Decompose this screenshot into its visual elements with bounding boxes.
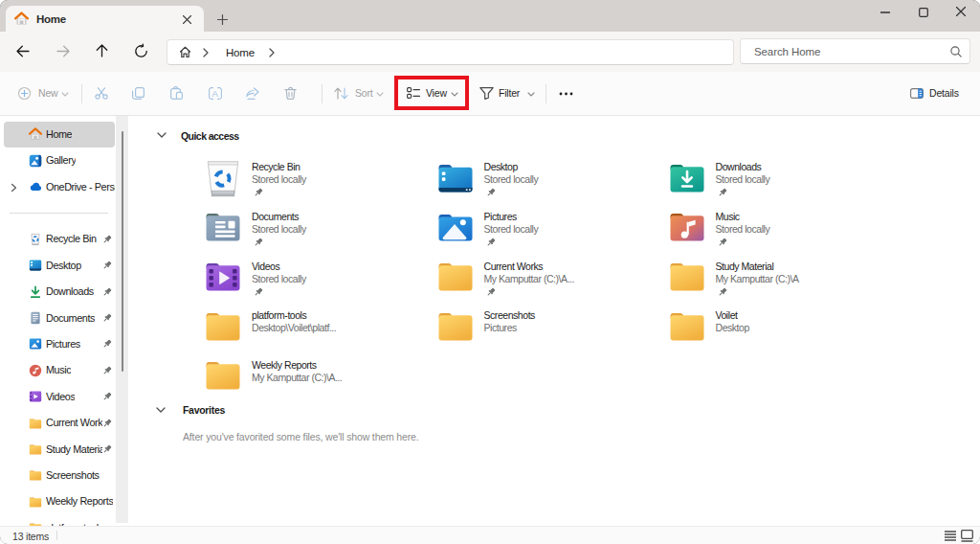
svg-text:A: A (212, 88, 219, 99)
